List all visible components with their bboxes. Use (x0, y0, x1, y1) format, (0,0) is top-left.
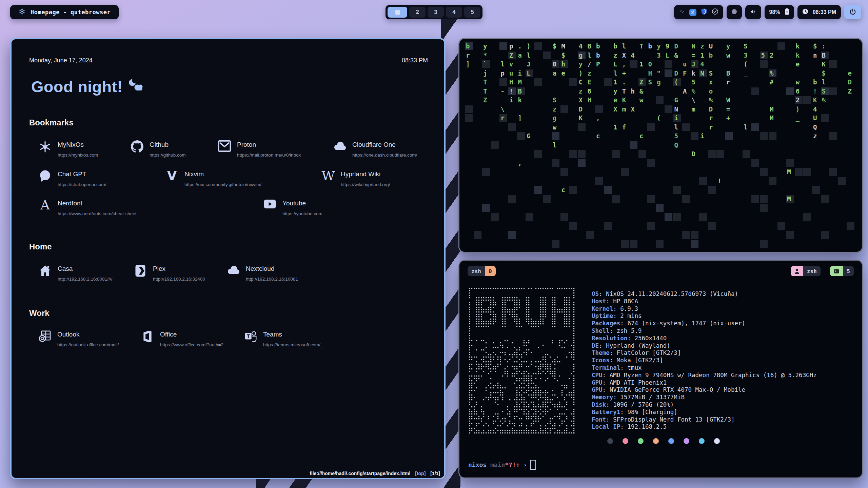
matrix-glyph: u (509, 69, 513, 77)
terminal-icon (830, 266, 843, 276)
workspace-4[interactable]: 4 (446, 7, 462, 18)
matrix-glyph: , (518, 159, 522, 167)
bookmark-youtube[interactable]: Youtubehttps://youtube.com (263, 199, 322, 216)
fetch-ascii-art-bruh (468, 287, 577, 437)
background-square (665, 105, 672, 113)
shield-icon[interactable] (701, 8, 707, 17)
matrix-glyph: S (648, 78, 652, 86)
qutebrowser-window[interactable]: Monday, June 17, 2024 08:33 PM Good nigh… (10, 38, 446, 479)
bookmark-github[interactable]: Githubhttps://github.com (130, 140, 186, 158)
fetch-line: Disk109G / 576G (20%) (592, 401, 817, 409)
background-square (499, 78, 507, 86)
bookmark-mynixos[interactable]: MyNixOshttps://mynixos.com (38, 140, 98, 158)
background-square (760, 168, 768, 176)
background-square (673, 213, 681, 221)
matrix-glyph: B (726, 69, 730, 77)
check-circle-icon[interactable] (712, 8, 718, 16)
matrix-glyph: l (822, 78, 826, 86)
bookmark-nextcloud[interactable]: Nextcloudhttp://192.168.2.16:10081 (226, 264, 298, 282)
background-square (777, 42, 785, 50)
background-square (751, 159, 759, 167)
matrix-glyph: r (500, 114, 504, 122)
matrix-glyph: ) (579, 69, 583, 77)
background-square (578, 150, 586, 158)
background-square (691, 132, 698, 140)
matrix-glyph: ] (518, 114, 522, 122)
fetch-line: Terminaltmux (592, 364, 817, 372)
matrix-glyph: Q (813, 123, 817, 131)
matrix-glyph: - (500, 87, 504, 95)
matrix-glyph: j (483, 69, 487, 77)
matrix-glyph: + (726, 114, 730, 122)
bookmark-chat-gpt[interactable]: Chat GPThttps://chat.openai.com/ (38, 170, 106, 187)
bookmark-outlook[interactable]: Outlookhttps://outlook.office.com/mail/ (38, 330, 119, 347)
section-title-bookmarks: Bookmarks (29, 118, 74, 127)
bluetooth-icon[interactable] (689, 9, 696, 16)
active-window-title-pill[interactable]: Homepage - qutebrowser (10, 5, 119, 19)
matrix-glyph: K (822, 60, 826, 68)
bookmark-plex[interactable]: Plexhttp://192.168.2.16:32400 (134, 264, 205, 282)
background-square (699, 213, 707, 221)
background-square (612, 150, 620, 158)
tmux-window-tab[interactable]: zsh 0 (468, 266, 496, 276)
bookmark-office[interactable]: Officehttps://www.office.com/?auth=2 (141, 330, 223, 347)
workspace-2[interactable]: 2 (409, 7, 426, 18)
matrix-glyph: \ (692, 96, 695, 104)
background-square (699, 177, 707, 185)
matrix-glyph: F (683, 69, 687, 77)
shell-prompt[interactable]: nixos main*?!+ › (468, 460, 536, 470)
moon-cloud-icon (128, 77, 144, 96)
matrix-glyph: & (674, 52, 678, 59)
bookmark-hyprland-wiki[interactable]: W Hyprland Wikihttps://wiki.hyprland.org… (321, 170, 390, 187)
background-square (821, 231, 829, 239)
background-square (638, 150, 646, 158)
matrix-glyph: H (587, 96, 591, 104)
record-dot-icon (731, 9, 737, 16)
tmux-statusbar: zsh 0 zsh 5 (459, 266, 862, 276)
cloud-icon (226, 264, 240, 275)
bookmark-nerdfont[interactable]: A Nerdfonthttps://www.nerdfonts.com/chea… (38, 199, 137, 216)
workspace-3[interactable]: 3 (428, 7, 444, 18)
record-pill[interactable] (727, 5, 742, 19)
matrix-terminal-window[interactable]: br]y*`jTTZlp-\rpZvuH!i.aiMBk])lJL$0aSzgw… (458, 38, 863, 253)
background-square (526, 213, 533, 221)
prompt-git-status: *?!+ (505, 461, 519, 468)
matrix-glyph: y (657, 42, 660, 50)
matrix-glyph: M (770, 105, 773, 113)
matrix-glyph: c (639, 132, 643, 140)
matrix-glyph: * (483, 52, 487, 59)
battery-charging-icon (785, 8, 789, 16)
matrix-glyph: , (622, 60, 626, 68)
background-square (656, 96, 664, 104)
sync-icon[interactable] (679, 8, 685, 16)
fetch-terminal-window[interactable]: zsh 0 zsh 5 OSNixOS 24.11.20240612 (458, 260, 863, 479)
background-square (682, 195, 690, 203)
section-title-home: Home (29, 242, 52, 251)
clock-pill[interactable]: 08:33 PM (797, 5, 841, 19)
background-square (630, 60, 637, 68)
fetch-line: Battery198% [Charging] (592, 409, 817, 416)
window-title: Homepage - qutebrowser (31, 9, 111, 16)
background-square (760, 195, 768, 203)
tray-icons-pill (674, 5, 723, 19)
statusbar-scroll-position: [top] (415, 471, 426, 476)
matrix-glyph: 3 (657, 52, 660, 59)
matrix-glyph: _ (744, 69, 747, 77)
power-button[interactable] (844, 5, 861, 19)
matrix-glyph: S (709, 69, 713, 77)
greeting-text: Good night! (31, 77, 123, 96)
bookmark-casa[interactable]: Casahttp://192.168.2.16:8081/#/ (38, 264, 112, 282)
section-title-work: Work (29, 308, 50, 318)
matrix-glyph: z (813, 132, 817, 140)
matrix-glyph: l (500, 60, 504, 68)
volume-pill[interactable] (745, 5, 761, 19)
bookmark-nixvim[interactable]: V Nixvimhttps://nix-community.github.io/… (165, 170, 261, 187)
workspace-5[interactable]: 5 (464, 7, 480, 18)
bookmark-teams[interactable]: Teamshttps://teams.microsoft.com/_ (244, 330, 323, 347)
background-square (786, 159, 794, 167)
bookmark-cloudflare-one[interactable]: Cloudflare Onehttps://one.dash.cloudflar… (333, 140, 417, 158)
background-square (621, 168, 629, 176)
bookmark-proton[interactable]: Protonhttps://mail.proton.me/u/0/inbox (218, 140, 301, 158)
matrix-glyph: $ (553, 42, 556, 50)
workspace-1-active[interactable] (388, 7, 407, 18)
